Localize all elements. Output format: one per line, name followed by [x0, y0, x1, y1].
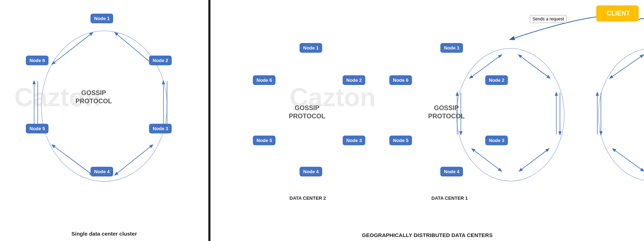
dc2-node-4: Node 4 [300, 167, 322, 176]
dc2-label: DATA CENTER 2 [289, 195, 326, 201]
left-node-5: Node 5 [26, 124, 48, 133]
svg-line-20 [519, 149, 549, 171]
svg-line-6 [115, 145, 153, 175]
svg-line-8 [52, 145, 93, 175]
dc2-node-5: Node 5 [253, 136, 275, 145]
svg-line-21 [472, 149, 501, 171]
left-panel: Cazton [0, 0, 208, 241]
left-node-3: Node 3 [149, 124, 172, 133]
svg-line-5 [115, 145, 153, 175]
dc1-node-6: Node 6 [389, 75, 412, 85]
svg-line-33 [613, 149, 644, 171]
geo-caption: GEOGRAPHICALLY DISTRIBUTED DATA CENTERS [362, 232, 493, 238]
svg-line-7 [52, 145, 93, 175]
left-node-1: Node 1 [91, 14, 113, 23]
svg-line-37 [610, 55, 643, 78]
dc1-node-5: Node 5 [389, 136, 412, 145]
client-button: CLIENT [598, 5, 639, 22]
left-gossip-label: GOSSIPPROTOCOL [75, 89, 112, 106]
svg-line-1 [115, 33, 153, 64]
svg-line-11 [52, 33, 93, 64]
dc2-node-6: Node 6 [253, 75, 275, 85]
dc1-node-3: Node 3 [485, 136, 508, 145]
left-arrows-svg [0, 0, 208, 241]
svg-line-2 [115, 33, 153, 64]
dc1-gossip-label: GOSSIPPROTOCOL [428, 104, 465, 121]
svg-line-15 [519, 55, 550, 78]
left-node-4: Node 4 [91, 167, 113, 176]
left-caption: Single data center cluster [71, 231, 137, 237]
right-panel: Cazton CLIENT [210, 0, 644, 241]
svg-point-13 [457, 48, 564, 181]
svg-line-12 [52, 33, 93, 64]
svg-line-34 [613, 149, 644, 171]
svg-line-16 [519, 55, 550, 78]
svg-line-22 [472, 149, 501, 171]
dc2-node-1: Node 1 [300, 43, 322, 53]
dc1-label: DATA CENTER 1 [431, 195, 468, 201]
svg-line-26 [470, 55, 501, 78]
left-node-2: Node 2 [149, 56, 172, 65]
dc2-node-2: Node 2 [343, 75, 365, 85]
dc2-node-3: Node 3 [343, 136, 365, 145]
right-arrows-svg [210, 0, 644, 241]
dc2-gossip-label: GOSSIPPROTOCOL [289, 104, 325, 121]
dc1-node-1: Node 1 [440, 43, 463, 53]
svg-point-14 [598, 48, 644, 181]
svg-line-38 [610, 55, 643, 78]
svg-point-0 [41, 31, 167, 181]
svg-line-25 [470, 55, 501, 78]
dc1-node-4: Node 4 [440, 167, 463, 176]
sends-request-label: Sends a request [530, 15, 567, 23]
dc1-node-2: Node 2 [485, 75, 508, 85]
left-node-6: Node 6 [26, 56, 48, 65]
svg-line-19 [519, 149, 549, 171]
